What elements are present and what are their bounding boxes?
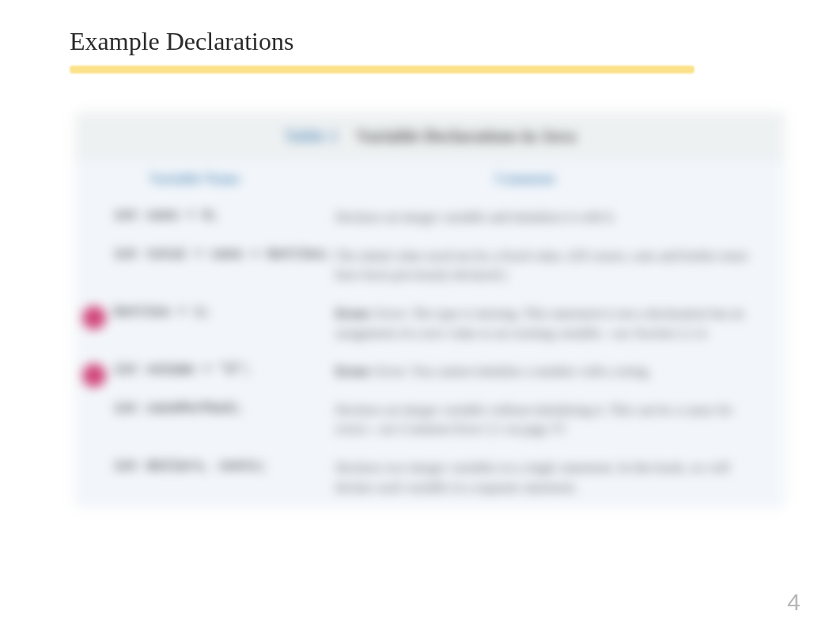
error-icon <box>82 364 106 387</box>
code-cell: int volume = "2"; <box>114 362 335 382</box>
table-row: int dollars, cents; Declares two integer… <box>76 449 784 507</box>
comment-cell: Declares an integer variable and initial… <box>335 208 766 228</box>
code-cell: int dollars, cents; <box>114 458 335 497</box>
table-row: int cansPerPack; Declares an integer var… <box>76 391 784 449</box>
code-cell: bottles = 1; <box>114 304 335 343</box>
error-icon <box>82 306 106 330</box>
col-header-comment: Comment <box>313 171 784 187</box>
title-underline <box>70 66 694 74</box>
page-title: Example Declarations <box>70 27 770 56</box>
table-row: bottles = 1; Error: Error: The type is m… <box>76 295 784 353</box>
table-row: int total = cans + bottles; The initial … <box>76 237 784 295</box>
code-cell: int cans = 6; <box>114 208 335 228</box>
comment-cell: The initial value need not be a fixed va… <box>335 247 766 285</box>
col-header-name: Variable Name <box>76 171 313 187</box>
table-caption: Table 1 Variable Declarations in Java <box>76 113 784 160</box>
table-title: Variable Declarations in Java <box>357 126 576 145</box>
comment-cell: Error: Error: The type is missing. This … <box>335 304 766 343</box>
table-header: Variable Name Comment <box>76 160 784 198</box>
table-label: Table 1 <box>284 126 338 145</box>
table-row: int volume = "2"; Error: Error: You cann… <box>76 353 784 391</box>
comment-cell: Declares an integer variable without ini… <box>335 401 766 439</box>
comment-cell: Declares two integer variables in a sing… <box>335 458 766 497</box>
declarations-table: Table 1 Variable Declarations in Java Va… <box>76 113 784 507</box>
comment-cell: Error: Error: You cannot initialize a nu… <box>335 362 766 382</box>
page-number: 4 <box>787 589 800 616</box>
code-cell: int total = cans + bottles; <box>114 247 335 285</box>
code-cell: int cansPerPack; <box>114 401 335 439</box>
table-row: int cans = 6; Declares an integer variab… <box>76 198 784 237</box>
